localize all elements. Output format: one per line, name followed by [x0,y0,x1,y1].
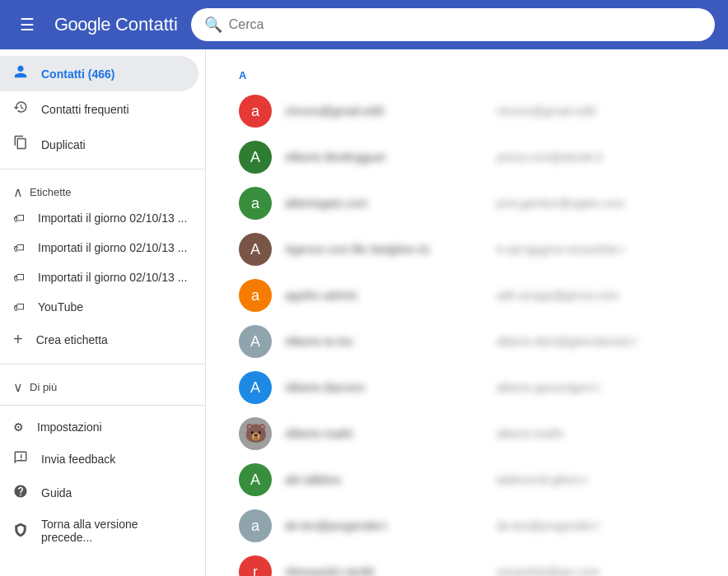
contact-row[interactable]: AAlberto Barnonialberto·giovonigeni·t [232,365,702,411]
sidebar-duplicati-label: Duplicati [41,138,86,151]
avatar: A [239,233,272,266]
contact-name: Alessandro tarditi [285,565,483,576]
sidebar: Contatti (466) Contatti frequenti Duplic… [0,49,206,576]
avatar: A [239,325,272,358]
contact-name: Alberto Bindingguer [285,151,483,164]
sidebar-item-feedback[interactable]: Invia feedback [0,442,205,476]
contact-row[interactable]: Aabi talbboutabilnomiti·gthen·t [232,457,702,503]
contact-row[interactable]: achrono@gmail.edi5chrono@gmail.edi5 [232,88,702,134]
contact-row[interactable]: rAlessandro tarditinesanthte@gm.com [232,549,702,576]
impostazioni-label: Impostazioni [37,420,102,434]
contact-email: de·ten@progendet·t [497,519,695,532]
frequenti-icon [13,100,28,118]
logo: Google Contatti [54,14,178,35]
contact-row[interactable]: 🐻Alberto toathialberto·toathi [232,411,702,457]
logo-google: Google [54,14,110,35]
label-tag-icon-3: 🏷 [13,271,25,284]
sidebar-item-imp1[interactable]: 🏷 Importati il giorno 02/10/13 ... [0,203,205,233]
avatar: A [239,141,272,174]
di-piu-chevron-icon: ∨ [13,379,23,395]
logo-contatti: Contatti [115,14,178,35]
label-tag-icon-2: 🏷 [13,241,25,254]
contact-row[interactable]: ade·ten@progendet·tde·ten@progendet·t [232,503,702,549]
sidebar-divider-1 [0,169,205,170]
section-letter-a: A [239,63,702,85]
sidebar-item-youtube[interactable]: 🏷 YouTube [0,292,205,322]
avatar: a [239,187,272,220]
label-tag-icon-youtube: 🏷 [13,300,25,314]
contact-row[interactable]: aalbertogato.comprot.gambor@ogato.com [232,180,702,226]
etichette-section[interactable]: ∧ Etichette [0,176,205,203]
search-input[interactable] [229,17,702,32]
sidebar-item-duplicati[interactable]: Duplicati [0,127,198,162]
contact-row[interactable]: AAgence com fikr bedghex ti1ti-opt·tgygm… [232,226,702,272]
contacts-icon [13,64,28,83]
main-content: A achrono@gmail.edi5chrono@gmail.edi5AAl… [206,49,728,576]
sidebar-item-create-label[interactable]: + Crea etichetta [0,322,205,357]
avatar: r [239,555,272,576]
contact-name: Agence com fikr bedghex ti1 [285,243,483,256]
contact-row[interactable]: AAlberto Bindingguerprima·com@abcde·it [232,134,702,180]
di-piu-label: Di più [30,381,57,393]
di-piu-section[interactable]: ∨ Di più [0,371,205,398]
imp1-label: Importati il giorno 02/10/13 ... [38,211,187,225]
sidebar-contatti-label: Contatti (466) [41,67,114,81]
contact-name: chrono@gmail.edi5 [285,105,483,118]
contact-email: nesanthte@gm.com [497,565,695,576]
contact-row[interactable]: AAlberto la trioalberto·deni@ghemdomet·t [232,318,702,365]
sidebar-item-contatti[interactable]: Contatti (466) [0,56,198,91]
sidebar-item-impostazioni[interactable]: ⚙ Impostazioni [0,412,205,442]
etichette-chevron-icon: ∧ [13,184,23,200]
avatar: a [239,509,272,542]
create-label-text: Crea etichetta [36,333,108,346]
label-tag-icon-1: 🏷 [13,211,25,225]
impostazioni-icon: ⚙ [13,420,24,434]
sidebar-frequenti-label: Contatti frequenti [41,103,129,116]
contact-email: prot.gambor@ogato.com [497,197,695,210]
versione-label: Torna alla versione precede... [41,518,192,544]
search-icon: 🔍 [204,16,222,34]
header: ☰ Google Contatti 🔍 [0,0,728,49]
contact-row[interactable]: aagotho adminiadh·wnago@gtrnai.com [232,272,702,318]
feedback-label: Invia feedback [41,453,115,466]
etichette-label: Etichette [30,186,72,198]
contact-email: alberto·deni@ghemdomet·t [497,335,695,348]
youtube-label: YouTube [38,300,83,314]
contact-name: abi talbbou [285,473,483,486]
feedback-icon [13,450,28,467]
versione-icon [13,523,28,540]
contact-email: alberto·giovonigeni·t [497,381,695,394]
imp2-label: Importati il giorno 02/10/13 ... [38,241,187,254]
sidebar-item-guida[interactable]: Guida [0,476,205,509]
menu-icon[interactable]: ☰ [13,8,41,41]
contact-email: prima·com@abcde·it [497,151,695,164]
contact-name: albertogato.com [285,197,483,210]
sidebar-divider-3 [0,405,205,406]
duplicati-icon [13,135,28,154]
sidebar-divider-2 [0,364,205,365]
avatar: a [239,279,272,312]
sidebar-item-imp2[interactable]: 🏷 Importati il giorno 02/10/13 ... [0,233,205,262]
contact-email: ti-opt·tgygmo·nesanthte·t [497,243,695,256]
sidebar-item-versione[interactable]: Torna alla versione precede... [0,509,205,552]
contact-email: chrono@gmail.edi5 [497,105,695,118]
contact-email: adh·wnago@gtrnai.com [497,289,695,302]
guida-label: Guida [41,486,72,499]
contact-name: Alberto la trio [285,335,483,348]
contact-email: alberto·toathi [497,427,695,440]
contact-email: tabilnomiti·gthen·t [497,473,695,486]
create-label-icon: + [13,330,23,349]
contact-name: Alberto toathi [285,427,483,440]
search-bar[interactable]: 🔍 [191,8,715,41]
contact-name: de·ten@progendet·t [285,519,483,532]
sidebar-item-frequenti[interactable]: Contatti frequenti [0,91,198,127]
layout: Contatti (466) Contatti frequenti Duplic… [0,49,728,576]
avatar: A [239,463,272,496]
avatar: a [239,95,272,128]
sidebar-item-imp3[interactable]: 🏷 Importati il giorno 02/10/13 ... [0,262,205,292]
contact-name: agotho admini [285,289,483,302]
imp3-label: Importati il giorno 02/10/13 ... [38,271,187,284]
guida-icon [13,484,28,501]
contact-name: Alberto Barnoni [285,381,483,394]
avatar: 🐻 [239,417,272,450]
